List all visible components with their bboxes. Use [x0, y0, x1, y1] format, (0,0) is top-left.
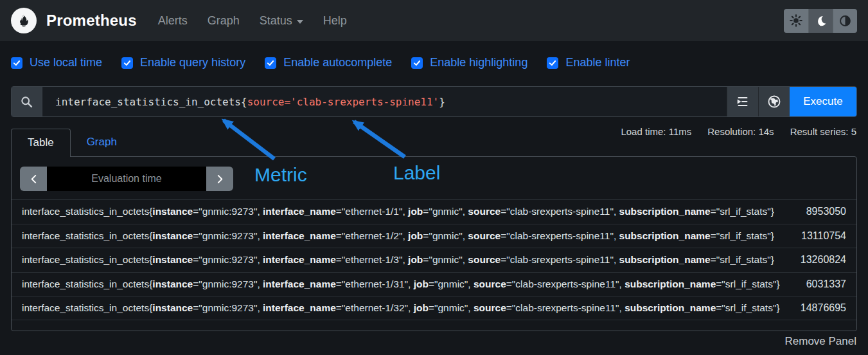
theme-dark-button[interactable]	[808, 9, 833, 33]
query-history-button[interactable]	[727, 87, 758, 116]
checkbox-checked-icon[interactable]	[411, 57, 423, 69]
nav-links: Alerts Graph Status Help	[158, 14, 347, 28]
query-stats: Load time: 11ms Resolution: 14s Result s…	[621, 126, 856, 137]
theme-light-button[interactable]	[784, 9, 808, 33]
series-value: 13110754	[801, 230, 846, 242]
checkbox-enable-linter[interactable]: Enable linter	[547, 56, 630, 69]
series-labels: interface_statistics_in_octets{instance=…	[22, 206, 774, 217]
tab-table[interactable]: Table	[11, 129, 71, 157]
tab-graph[interactable]: Graph	[71, 129, 133, 157]
theme-auto-button[interactable]	[833, 9, 857, 33]
query-expression-input[interactable]: interface_statistics_in_octets{source='c…	[42, 87, 727, 116]
table-panel: interface_statistics_in_octets{instance=…	[11, 156, 857, 331]
navbar: Prometheus Alerts Graph Status Help	[0, 0, 868, 41]
nav-link-status[interactable]: Status	[260, 14, 303, 28]
series-value: 14876695	[801, 302, 846, 314]
table-row: interface_statistics_in_octets{instance=…	[12, 248, 856, 272]
prometheus-logo-icon	[11, 8, 37, 33]
query-label-name-token: source	[247, 96, 285, 108]
query-bar: interface_statistics_in_octets{source='c…	[11, 86, 857, 117]
nav-link-alerts[interactable]: Alerts	[158, 14, 188, 28]
checkbox-enable-autocomplete[interactable]: Enable autocomplete	[265, 56, 392, 69]
result-table-body: interface_statistics_in_octets{instance=…	[12, 199, 856, 320]
chevron-right-icon	[216, 174, 224, 184]
execute-button[interactable]: Execute	[790, 87, 856, 116]
circle-half-icon	[839, 15, 851, 27]
table-row: interface_statistics_in_octets{instance=…	[12, 224, 856, 248]
panel-tabs: Table Graph	[11, 129, 133, 157]
evaluation-time-input[interactable]	[47, 167, 206, 191]
series-labels: interface_statistics_in_octets{instance=…	[22, 254, 774, 266]
checkbox-checked-icon[interactable]	[11, 57, 22, 69]
checkbox-checked-icon[interactable]	[121, 57, 133, 69]
nav-link-help[interactable]: Help	[323, 14, 347, 28]
checkbox-checked-icon[interactable]	[265, 57, 276, 69]
options-bar: Use local time Enable query history Enab…	[11, 56, 630, 69]
globe-icon	[767, 95, 781, 109]
table-row: interface_statistics_in_octets{instance=…	[12, 199, 856, 224]
result-series-stat: Result series: 5	[790, 126, 856, 137]
remove-panel-link[interactable]: Remove Panel	[784, 335, 856, 348]
chevron-down-icon	[297, 20, 303, 24]
app-title: Prometheus	[46, 12, 137, 30]
series-labels: interface_statistics_in_octets{instance=…	[22, 302, 780, 314]
resolution-stat: Resolution: 14s	[707, 126, 774, 137]
search-icon	[12, 87, 42, 116]
query-label-value-token: 'clab-srexperts-spine11'	[290, 96, 439, 108]
series-value: 13260824	[801, 254, 846, 266]
eval-time-next-button[interactable]	[206, 167, 233, 191]
chevron-left-icon	[30, 174, 38, 184]
moon-icon	[815, 15, 827, 27]
query-metric-token: interface_statistics_in_octets	[55, 96, 241, 108]
metric-arrow	[224, 120, 274, 159]
eval-time-prev-button[interactable]	[20, 167, 47, 191]
nav-link-graph[interactable]: Graph	[208, 14, 240, 28]
checkbox-checked-icon[interactable]	[547, 57, 558, 69]
checkbox-use-local-time[interactable]: Use local time	[11, 56, 102, 69]
evaluation-time-control	[20, 167, 233, 191]
series-labels: interface_statistics_in_octets{instance=…	[22, 230, 774, 242]
metrics-explorer-button[interactable]	[758, 87, 790, 116]
load-time-stat: Load time: 11ms	[621, 126, 691, 137]
table-row: interface_statistics_in_octets{instance=…	[12, 272, 856, 296]
sun-icon	[790, 14, 802, 27]
series-value: 6031337	[806, 278, 846, 290]
label-arrow	[354, 122, 405, 157]
table-row: interface_statistics_in_octets{instance=…	[12, 296, 856, 320]
theme-toggle-group	[784, 9, 857, 33]
history-list-icon	[736, 95, 750, 109]
checkbox-enable-highlighting[interactable]: Enable highlighting	[411, 56, 527, 69]
checkbox-enable-query-history[interactable]: Enable query history	[121, 56, 245, 69]
series-labels: interface_statistics_in_octets{instance=…	[22, 278, 780, 290]
series-value: 8953050	[806, 206, 846, 217]
